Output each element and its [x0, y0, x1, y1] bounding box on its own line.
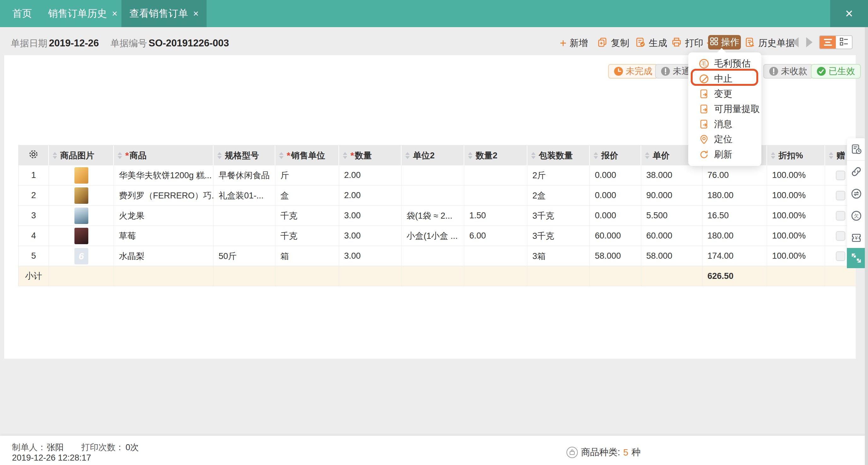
doc-date-label: 单据日期: [11, 35, 47, 51]
doc-arrow-icon: [699, 119, 709, 129]
operate-button[interactable]: 操作: [708, 35, 741, 50]
transfer-button[interactable]: [847, 183, 866, 205]
list-view-button[interactable]: [820, 36, 836, 49]
gift-checkbox[interactable]: [836, 211, 845, 220]
menu-item-locate[interactable]: 定位: [688, 132, 762, 147]
cell-unit: 箱: [275, 246, 339, 266]
cell-price: 58.000: [641, 246, 703, 266]
column-settings-cell[interactable]: [19, 146, 49, 165]
sort-icon[interactable]: [279, 152, 284, 159]
expand-icon: [851, 253, 862, 264]
next-doc-icon[interactable]: [806, 37, 812, 47]
sort-icon[interactable]: [829, 152, 833, 159]
column-header[interactable]: 折扣%: [767, 146, 825, 165]
link-button[interactable]: [847, 161, 866, 183]
column-header[interactable]: 数量2: [464, 146, 527, 165]
side-toolbar: 欠 ¥: [847, 138, 866, 249]
doc-arrow-icon: [699, 89, 709, 99]
gift-checkbox[interactable]: [836, 251, 845, 261]
cell-pack: 3千克: [527, 226, 590, 246]
cell-qty: 2.00: [339, 186, 402, 206]
generate-button[interactable]: 生成: [635, 35, 667, 51]
money-button[interactable]: ¥: [847, 227, 866, 249]
expand-button[interactable]: [847, 248, 866, 268]
print-count-label: 打印次数：: [82, 442, 124, 453]
product-image[interactable]: [74, 208, 88, 224]
cell-pack: 2斤: [527, 165, 590, 186]
sort-icon[interactable]: [771, 152, 775, 159]
sort-icon[interactable]: [118, 152, 122, 159]
status-badge-incomplete: 未完成: [608, 64, 658, 79]
menu-item-message[interactable]: 消息: [688, 117, 762, 132]
sort-icon[interactable]: [531, 152, 535, 159]
column-header[interactable]: 规格型号: [214, 146, 275, 165]
sort-icon[interactable]: [53, 152, 57, 159]
cell-spec: 早餐休闲食品: [214, 165, 275, 186]
menu-item-available-extract[interactable]: 可用量提取: [688, 101, 762, 117]
table-row: 4 草莓 千克 3.00 小盒(1小盒 ... 6.00 3千克 60.000 …: [19, 226, 856, 246]
product-kinds: 商品种类: 5 种: [566, 446, 641, 459]
add-button[interactable]: + 新增: [560, 35, 588, 51]
cell-product: 费列罗（FERRERO）巧...: [114, 186, 214, 206]
tab-close-icon[interactable]: ×: [112, 8, 118, 19]
tab-close-icon[interactable]: ×: [193, 8, 199, 19]
column-header[interactable]: *销售单位: [275, 146, 339, 165]
plus-icon: +: [560, 38, 566, 48]
cell-quote: 58.000: [590, 246, 641, 266]
cell-amount: 180.00: [703, 226, 767, 246]
row-index: 4: [19, 226, 49, 246]
column-header[interactable]: 包装数量: [527, 146, 590, 165]
sort-icon[interactable]: [645, 152, 649, 159]
scrollbar[interactable]: [865, 27, 868, 465]
sort-icon[interactable]: [405, 152, 410, 159]
cell-discount: 100.00%: [767, 246, 825, 266]
subtotal-label: 小计: [19, 266, 49, 286]
sort-icon[interactable]: [468, 152, 472, 159]
profit-icon: 毛: [699, 59, 709, 68]
product-image-placeholder[interactable]: 6: [74, 248, 88, 265]
column-header[interactable]: 商品图片: [49, 146, 114, 165]
copy-button[interactable]: 复制: [597, 35, 629, 51]
cell-unit2: [402, 165, 464, 186]
cell-discount: 100.00%: [767, 206, 825, 226]
list-view-icon: [824, 39, 832, 46]
menu-item-refresh[interactable]: 刷新: [688, 147, 762, 162]
check-icon: [816, 67, 826, 76]
required-star: *: [287, 150, 290, 161]
column-header[interactable]: 报价: [590, 146, 641, 165]
link-icon: [851, 166, 862, 177]
column-header[interactable]: *数量: [339, 146, 402, 165]
menu-item-change[interactable]: 变更: [688, 87, 762, 101]
close-icon[interactable]: ×: [830, 0, 868, 27]
tab-home[interactable]: 首页: [0, 0, 44, 27]
prev-doc-icon[interactable]: [792, 37, 799, 47]
cell-quote: 60.000: [590, 226, 641, 246]
sort-icon[interactable]: [217, 152, 222, 159]
gift-checkbox[interactable]: [836, 170, 845, 180]
gift-checkbox[interactable]: [836, 191, 845, 200]
tab-view-sales-order[interactable]: 查看销售订单 ×: [121, 0, 207, 27]
status-badge-effective: 已生效: [811, 64, 861, 79]
sort-icon[interactable]: [343, 152, 347, 159]
detail-view-button[interactable]: [836, 36, 852, 49]
gift-checkbox[interactable]: [836, 231, 845, 241]
kinds-value: 5: [623, 447, 628, 458]
product-image[interactable]: [74, 167, 88, 184]
product-image[interactable]: [74, 187, 88, 204]
row-index: 3: [19, 206, 49, 226]
cell-amount: 76.00: [703, 165, 767, 186]
product-image[interactable]: [74, 228, 88, 244]
history-documents-button[interactable]: 历史单据: [744, 35, 795, 51]
order-history-button[interactable]: [847, 138, 866, 160]
debt-button[interactable]: 欠: [847, 205, 866, 227]
tab-sales-order-history[interactable]: 销售订单历史 ×: [44, 0, 121, 27]
required-star: *: [350, 150, 354, 161]
column-header[interactable]: 单位2: [402, 146, 464, 165]
print-button[interactable]: 打印: [671, 35, 713, 51]
required-star: *: [125, 150, 129, 161]
cell-product: 水晶梨: [114, 246, 214, 266]
gear-icon[interactable]: [28, 149, 39, 162]
cell-qty: 3.00: [339, 226, 402, 246]
column-header[interactable]: *商品: [114, 146, 214, 165]
sort-icon[interactable]: [594, 152, 598, 159]
